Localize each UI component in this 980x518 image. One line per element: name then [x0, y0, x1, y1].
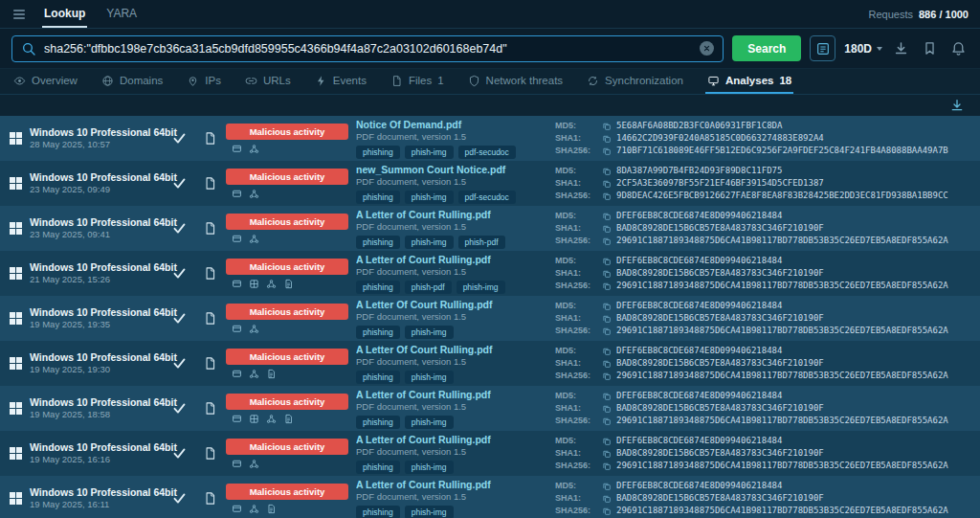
copy-icon[interactable]: [602, 372, 612, 381]
copy-icon[interactable]: [602, 167, 612, 176]
grid-icon[interactable]: [249, 414, 259, 424]
tab-overview[interactable]: Overview: [11, 69, 79, 94]
tag-phishing[interactable]: phishing: [356, 146, 400, 159]
copy-icon[interactable]: [602, 134, 612, 144]
copy-icon[interactable]: [602, 257, 612, 266]
screenshot-icon[interactable]: [232, 504, 242, 514]
tag-phish-pdf[interactable]: phish-pdf: [405, 281, 452, 294]
tag-phish-img[interactable]: phish-img: [405, 191, 454, 204]
copy-icon[interactable]: [602, 314, 612, 324]
tab-yara[interactable]: YARA: [104, 0, 139, 28]
tab-lookup[interactable]: Lookup: [42, 0, 87, 28]
download-icon[interactable]: [891, 40, 911, 56]
bell-icon[interactable]: [948, 40, 969, 56]
table-row[interactable]: Windows 10 Professional 64bit 19 May 202…: [0, 341, 980, 386]
file-name-link[interactable]: A Letter of Court Rulling.pdf: [356, 479, 547, 491]
tag-phish-img[interactable]: phish-img: [405, 416, 454, 429]
screenshot-icon[interactable]: [232, 279, 242, 289]
copy-icon[interactable]: [602, 146, 612, 156]
tag-phish-img[interactable]: phish-img: [405, 326, 454, 339]
tab-events[interactable]: Events: [313, 69, 368, 94]
tab-synchronization[interactable]: Synchronization: [585, 69, 685, 94]
copy-icon[interactable]: [602, 236, 612, 246]
tag-phish-img[interactable]: phish-img: [457, 281, 505, 294]
process-graph-icon[interactable]: [249, 234, 259, 244]
period-selector[interactable]: 180D: [844, 35, 882, 61]
tab-domains[interactable]: Domains: [100, 69, 165, 94]
text-report-icon[interactable]: [283, 279, 294, 289]
screenshot-icon[interactable]: [232, 234, 242, 244]
process-graph-icon[interactable]: [266, 414, 277, 424]
copy-icon[interactable]: [602, 437, 612, 446]
file-name-link[interactable]: A Letter of Court Rulling.pdf: [356, 209, 547, 221]
file-name-link[interactable]: A Letter Of Court Rulling.pdf: [356, 299, 547, 311]
tag-phishing[interactable]: phishing: [356, 416, 400, 429]
file-name-link[interactable]: A Letter of Court Rulling.pdf: [356, 389, 547, 401]
file-name-link[interactable]: A Letter Of Court Rulling.pdf: [356, 344, 547, 356]
table-row[interactable]: Windows 10 Professional 64bit 19 May 202…: [0, 386, 980, 431]
text-report-icon[interactable]: [266, 369, 277, 379]
tab-files[interactable]: Files 1: [389, 69, 446, 94]
tag-phishing[interactable]: phishing: [356, 191, 400, 204]
file-name-link[interactable]: Notice Of Demand.pdf: [356, 119, 547, 131]
tag-phishing[interactable]: phishing: [356, 326, 400, 339]
tag-pdf-secudoc[interactable]: pdf-secudoc: [458, 191, 516, 204]
copy-icon[interactable]: [602, 347, 612, 356]
tab-analyses[interactable]: Analyses 18: [705, 69, 793, 94]
process-graph-icon[interactable]: [249, 369, 259, 379]
report-button[interactable]: [810, 35, 835, 61]
tag-phishing[interactable]: phishing: [356, 506, 400, 518]
copy-icon[interactable]: [602, 359, 612, 369]
copy-icon[interactable]: [602, 392, 612, 401]
copy-icon[interactable]: [602, 482, 612, 491]
copy-icon[interactable]: [602, 449, 612, 459]
copy-icon[interactable]: [602, 269, 612, 279]
tag-phishing[interactable]: phishing: [356, 236, 400, 249]
grid-icon[interactable]: [249, 279, 259, 289]
process-graph-icon[interactable]: [249, 324, 259, 334]
tab-urls[interactable]: URLs: [243, 69, 293, 94]
screenshot-icon[interactable]: [232, 414, 242, 424]
table-row[interactable]: Windows 10 Professional 64bit 19 May 202…: [0, 431, 980, 476]
screenshot-icon[interactable]: [232, 324, 242, 334]
tag-phish-img[interactable]: phish-img: [405, 506, 454, 518]
file-name-link[interactable]: new_Summon Court Notice.pdf: [356, 164, 547, 176]
copy-icon[interactable]: [602, 179, 612, 189]
copy-icon[interactable]: [602, 494, 612, 504]
copy-icon[interactable]: [602, 507, 612, 516]
copy-icon[interactable]: [602, 302, 612, 311]
bookmark-icon[interactable]: [920, 40, 940, 56]
tag-phish-img[interactable]: phish-img: [405, 146, 454, 159]
copy-icon[interactable]: [602, 122, 612, 131]
tag-phish-img[interactable]: phish-img: [405, 236, 454, 249]
screenshot-icon[interactable]: [232, 369, 242, 379]
table-row[interactable]: Windows 10 Professional 64bit 28 May 202…: [0, 116, 980, 161]
tag-phish-pdf[interactable]: phish-pdf: [458, 236, 505, 249]
screenshot-icon[interactable]: [232, 189, 242, 199]
process-graph-icon[interactable]: [249, 189, 259, 199]
search-input[interactable]: [44, 42, 692, 56]
file-name-link[interactable]: A Letter of Court Rulling.pdf: [356, 434, 547, 446]
tag-phishing[interactable]: phishing: [356, 371, 400, 384]
tag-phishing[interactable]: phishing: [356, 281, 400, 294]
clear-search-icon[interactable]: [700, 41, 714, 56]
text-report-icon[interactable]: [266, 504, 277, 514]
tag-phish-img[interactable]: phish-img: [405, 461, 454, 474]
tag-pdf-secudoc[interactable]: pdf-secudoc: [458, 146, 516, 159]
table-row[interactable]: Windows 10 Professional 64bit 23 May 202…: [0, 161, 980, 206]
copy-icon[interactable]: [602, 282, 612, 291]
screenshot-icon[interactable]: [232, 144, 242, 154]
screenshot-icon[interactable]: [232, 459, 242, 469]
copy-icon[interactable]: [602, 327, 612, 336]
copy-icon[interactable]: [602, 191, 612, 201]
process-graph-icon[interactable]: [249, 144, 259, 154]
tag-phishing[interactable]: phishing: [356, 461, 400, 474]
text-report-icon[interactable]: [283, 414, 294, 424]
copy-icon[interactable]: [602, 212, 612, 221]
process-graph-icon[interactable]: [249, 504, 259, 514]
file-name-link[interactable]: A Letter of Court Rulling.pdf: [356, 254, 547, 266]
table-row[interactable]: Windows 10 Professional 64bit 19 May 202…: [0, 476, 980, 518]
menu-icon[interactable]: [11, 7, 27, 22]
table-row[interactable]: Windows 10 Professional 64bit 21 May 202…: [0, 251, 980, 296]
tab-ips[interactable]: IPs: [185, 69, 223, 94]
